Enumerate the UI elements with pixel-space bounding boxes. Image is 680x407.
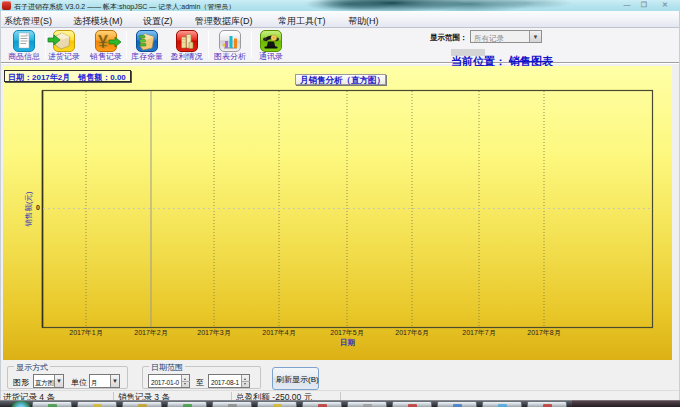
svg-text:¥: ¥: [98, 32, 108, 52]
